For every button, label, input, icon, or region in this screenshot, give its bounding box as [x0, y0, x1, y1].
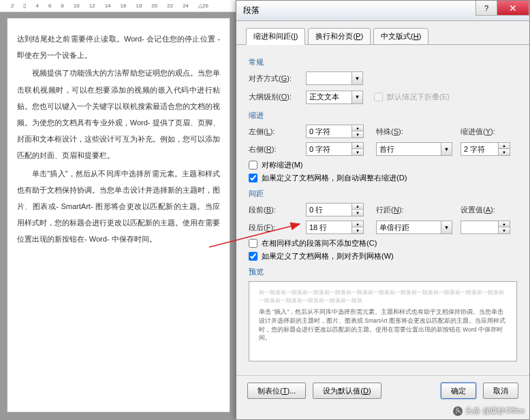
indent-left-label: 左侧(L): — [249, 127, 302, 137]
tab-indent-spacing[interactable]: 缩进和间距(I) — [246, 28, 305, 45]
indent-right-spinner[interactable]: ▲▼ — [306, 142, 364, 156]
auto-right-indent-label: 如果定义了文档网格，则自动调整右缩进(D) — [262, 173, 407, 183]
alignment-label: 对齐方式(G): — [249, 74, 302, 84]
chevron-down-icon[interactable]: ▼ — [352, 91, 363, 104]
outline-label: 大纲级别(O): — [249, 92, 302, 102]
at-label: 设置值(A): — [461, 205, 514, 215]
by-spinner[interactable]: ▲▼ — [461, 142, 510, 156]
section-general: 常规 — [249, 57, 517, 67]
document-area: 达到结尾处之前需要停止读取。Word- 会记住您的停止位置 - 即使在另一个设备… — [0, 12, 237, 420]
chevron-down-icon[interactable]: ▼ — [352, 71, 363, 85]
paragraph[interactable]: 单击"插入"，然后从不同库中选择所需元素。主题和样式也有助于文档保持协调。当您单… — [17, 165, 220, 248]
section-spacing: 间距 — [249, 189, 517, 199]
chevron-down-icon[interactable]: ▼ — [441, 142, 452, 156]
ok-button[interactable]: 确定 — [441, 383, 476, 399]
cancel-button[interactable]: 取消 — [483, 383, 518, 399]
document-page[interactable]: 达到结尾处之前需要停止读取。Word- 会记住您的停止位置 - 即使在另一个设备… — [7, 18, 230, 413]
tab-panel: 常规 对齐方式(G): ▼ 大纲级别(O): ▼ 默认情况下折叠(E) 缩进 左… — [236, 44, 529, 368]
watermark: 头 头条 @爆炒Office — [453, 406, 525, 416]
indent-left-spinner[interactable]: ▲▼ — [306, 125, 364, 138]
collapse-checkbox — [374, 93, 383, 101]
set-default-button[interactable]: 设为默认值(D) — [313, 383, 381, 399]
collapse-label: 默认情况下折叠(E) — [387, 92, 450, 102]
special-select[interactable]: ▼ — [376, 142, 452, 156]
dialog-tabs: 缩进和间距(I) 换行和分页(P) 中文版式(H) — [236, 21, 529, 45]
before-spinner[interactable]: ▲▼ — [306, 203, 364, 216]
close-button[interactable]: ✕ — [497, 1, 529, 16]
line-spacing-label: 行距(N): — [376, 205, 429, 215]
outline-select[interactable]: ▼ — [306, 91, 363, 104]
no-space-same-style-label: 在相同样式的段落间不添加空格(C) — [262, 238, 377, 248]
tab-asian-typography[interactable]: 中文版式(H) — [373, 28, 428, 45]
dialog-title: 段落 — [243, 5, 476, 16]
paragraph[interactable]: 视频提供了功能强大的方法帮助您证明您的观点。当您单击联机视频时，可以在想要添加的… — [17, 65, 220, 163]
by-label: 缩进值(Y): — [461, 127, 514, 137]
tabs-button[interactable]: 制表位(T)... — [247, 383, 306, 399]
section-preview: 预览 — [249, 267, 517, 277]
chevron-down-icon[interactable]: ▼ — [441, 221, 452, 234]
alignment-select[interactable]: ▼ — [306, 71, 363, 85]
no-space-same-style-checkbox[interactable] — [249, 239, 258, 248]
paragraph-dialog: 段落 ? ✕ 缩进和间距(I) 换行和分页(P) 中文版式(H) 常规 对齐方式… — [236, 0, 530, 420]
mirror-indent-checkbox[interactable] — [249, 161, 258, 169]
auto-right-indent-checkbox[interactable] — [249, 174, 258, 182]
help-button[interactable]: ? — [476, 1, 497, 16]
dialog-titlebar: 段落 ? ✕ — [236, 1, 529, 21]
preview-box: 前一段落前一段落前一段落前一段落前一段落前一段落前一段落前一段落前一段落前一段落… — [249, 281, 517, 361]
paragraph[interactable]: 达到结尾处之前需要停止读取。Word- 会记住您的停止位置 - 即使在另一个设备… — [17, 31, 220, 63]
after-label: 段后(F): — [249, 223, 302, 233]
before-label: 段前(B): — [249, 205, 302, 215]
at-spinner[interactable]: ▲▼ — [461, 221, 510, 234]
mirror-indent-label: 对称缩进(M) — [262, 160, 303, 170]
after-spinner[interactable]: ▲▼ — [306, 221, 364, 234]
dialog-buttons: 制表位(T)... 设为默认值(D) 确定 取消 — [236, 375, 529, 406]
line-spacing-select[interactable]: ▼ — [376, 221, 452, 234]
indent-right-label: 右侧(R): — [249, 144, 302, 155]
tab-line-page-breaks[interactable]: 换行和分页(P) — [308, 28, 371, 45]
special-label: 特殊(S): — [376, 127, 429, 137]
snap-grid-label: 如果定义了文档网格，则对齐到网格(W) — [262, 251, 394, 261]
snap-grid-checkbox[interactable] — [249, 252, 258, 261]
watermark-icon: 头 — [453, 406, 463, 416]
section-indent: 缩进 — [249, 110, 517, 120]
